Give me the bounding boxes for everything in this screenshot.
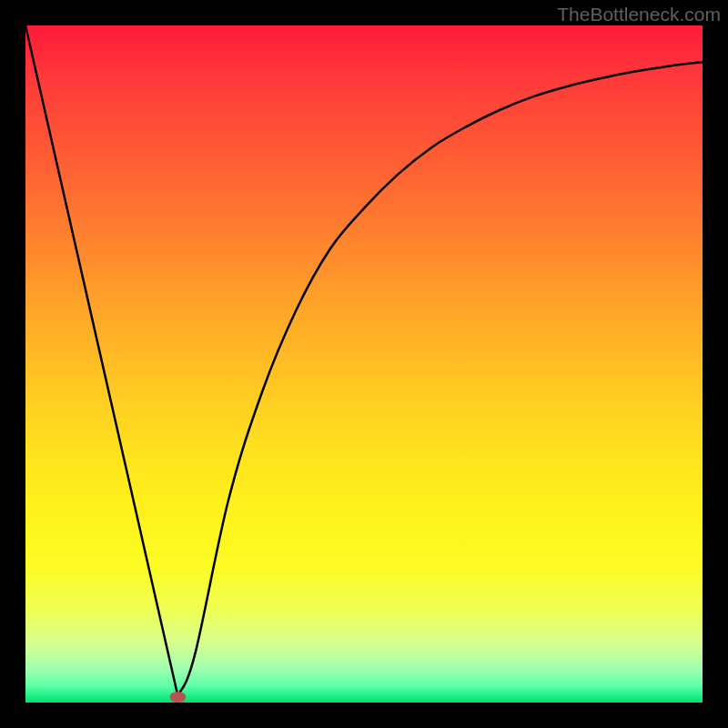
minimum-marker (169, 692, 186, 703)
chart-container: TheBottleneck.com (0, 0, 728, 728)
plot-area (25, 25, 703, 703)
bottleneck-curve (25, 25, 703, 696)
watermark-text: TheBottleneck.com (557, 4, 721, 25)
curve-svg (25, 25, 703, 703)
